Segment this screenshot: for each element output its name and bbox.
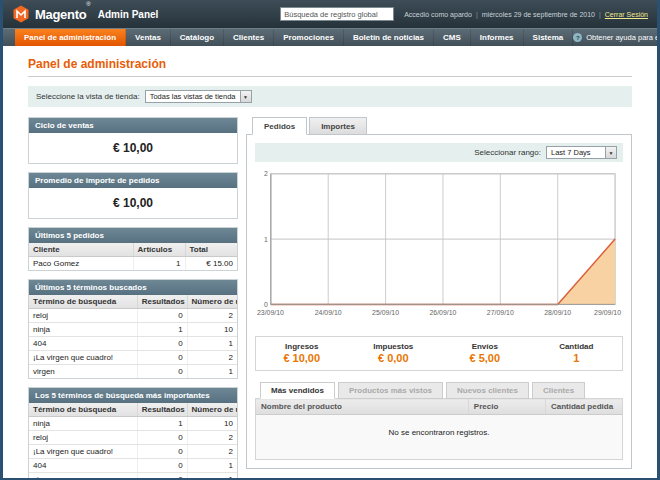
average-orders-value: € 10,00 bbox=[29, 188, 237, 218]
column-header: Número de usos bbox=[187, 295, 237, 309]
logout-link[interactable]: Cerrar Sesión bbox=[605, 11, 648, 18]
stat-label: Impuestos bbox=[348, 342, 440, 351]
help-icon: ? bbox=[573, 33, 582, 42]
svg-text:29/09/10: 29/09/10 bbox=[594, 309, 621, 316]
table-row[interactable]: 40401 bbox=[29, 337, 237, 351]
store-view-bar: Seleccione la vista de tienda: Todas las… bbox=[28, 86, 632, 107]
left-column: Ciclo de ventas € 10,00 Promedio de impo… bbox=[28, 117, 238, 480]
table-cell: 0 bbox=[137, 431, 187, 445]
range-select[interactable]: Last 7 Days ▼ bbox=[546, 146, 617, 159]
orders-chart: 01223/09/1024/09/1025/09/1026/09/1027/09… bbox=[255, 168, 623, 328]
tab-productos-mas-vistos[interactable]: Productos más vistos bbox=[338, 382, 443, 399]
table-row[interactable]: virge01 bbox=[29, 473, 237, 480]
nav-item-cms[interactable]: CMS bbox=[434, 29, 471, 46]
current-date: miércoles 29 de septiembre de 2010 bbox=[482, 11, 595, 18]
table-row[interactable]: ¡La virgen que cuadro!02 bbox=[29, 445, 237, 459]
tab-mas-vendidos[interactable]: Más vendidos bbox=[260, 382, 335, 399]
stat-envios: Envíos€ 5,00 bbox=[439, 342, 531, 364]
average-orders-panel: Promedio de importe de pedidos € 10,00 bbox=[28, 172, 238, 219]
table-cell: 1 bbox=[187, 473, 237, 480]
table-row[interactable]: Paco Gomez1€ 15.00 bbox=[29, 257, 237, 271]
table-header-row: Término de búsqueda Resultados Número de… bbox=[29, 403, 237, 417]
nav-item-boletin-de-noticias[interactable]: Boletín de noticias bbox=[344, 29, 434, 46]
top-search-terms-table: Término de búsqueda Resultados Número de… bbox=[29, 403, 237, 480]
store-view-label: Seleccione la vista de tienda: bbox=[36, 92, 140, 101]
svg-text:26/09/10: 26/09/10 bbox=[430, 309, 457, 316]
table-row[interactable]: reloj02 bbox=[29, 309, 237, 323]
empty-row: No se encontraron registros. bbox=[256, 415, 623, 460]
help-link[interactable]: ? Obtener ayuda para esta página bbox=[573, 29, 660, 46]
column-header: Nombre del producto bbox=[256, 399, 469, 415]
brand-name: Magento® bbox=[35, 5, 91, 23]
table-cell: ninja bbox=[29, 417, 137, 431]
separator: | bbox=[476, 11, 478, 18]
nav-item-sistema[interactable]: Sistema bbox=[524, 29, 574, 46]
stat-label: Envíos bbox=[439, 342, 531, 351]
nav-item-clientes[interactable]: Clientes bbox=[224, 29, 274, 46]
nav-item-panel-de-administracion[interactable]: Panel de administración bbox=[15, 29, 126, 46]
table-row[interactable]: ¡La virgen que cuadro!02 bbox=[29, 351, 237, 365]
range-label: Seleccionar rango: bbox=[474, 148, 541, 157]
table-row[interactable]: reloj02 bbox=[29, 431, 237, 445]
tab-nuevos-clientes[interactable]: Nuevos clientes bbox=[446, 382, 529, 399]
svg-text:1: 1 bbox=[264, 236, 268, 243]
table-cell: 1 bbox=[187, 337, 237, 351]
table-cell: 10 bbox=[187, 417, 237, 431]
tab-pedidos[interactable]: Pedidos bbox=[252, 117, 307, 135]
table-cell: 0 bbox=[137, 337, 187, 351]
stat-label: Cantidad bbox=[531, 342, 623, 351]
table-cell: 1 bbox=[187, 459, 237, 473]
magento-logo-icon bbox=[12, 5, 30, 23]
table-cell: 2 bbox=[187, 309, 237, 323]
logged-in-text: Accedió como apardo bbox=[404, 11, 472, 18]
tab-clientes[interactable]: Clientes bbox=[532, 382, 585, 399]
table-header-row: Término de búsqueda Resultados Número de… bbox=[29, 295, 237, 309]
table-row[interactable]: virgen01 bbox=[29, 365, 237, 379]
svg-text:24/09/10: 24/09/10 bbox=[315, 309, 342, 316]
store-view-select[interactable]: Todas las vistas de tienda ▼ bbox=[145, 90, 252, 103]
orders-panel: Seleccionar rango: Last 7 Days ▼ 01223/0… bbox=[246, 134, 632, 469]
chart-tabs: PedidosImportes bbox=[246, 117, 632, 135]
table-cell: 1 bbox=[137, 323, 187, 337]
table-cell: 404 bbox=[29, 459, 137, 473]
stat-impuestos: Impuestos€ 0,00 bbox=[348, 342, 440, 364]
table-row[interactable]: 40401 bbox=[29, 459, 237, 473]
page-title: Panel de administración bbox=[28, 57, 632, 71]
table-cell: reloj bbox=[29, 431, 137, 445]
column-header: Término de búsqueda bbox=[29, 403, 137, 417]
table-cell: 0 bbox=[137, 459, 187, 473]
nav-item-informes[interactable]: Informes bbox=[471, 29, 524, 46]
chart-area: 01223/09/1024/09/1025/09/1026/09/1027/09… bbox=[255, 168, 623, 328]
top-search-terms-panel: Los 5 términos de búsqueda más important… bbox=[28, 387, 238, 480]
svg-text:28/09/10: 28/09/10 bbox=[544, 309, 571, 316]
totals-bar: Ingresos€ 10,00Impuestos€ 0,00Envíos€ 5,… bbox=[255, 336, 623, 371]
page-content: Panel de administración Seleccione la vi… bbox=[3, 46, 657, 480]
chevron-down-icon: ▼ bbox=[240, 91, 251, 102]
right-column: PedidosImportes Seleccionar rango: Last … bbox=[246, 117, 632, 469]
global-search-input[interactable] bbox=[280, 7, 394, 21]
nav-item-catalogo[interactable]: Catálogo bbox=[171, 29, 224, 46]
table-row[interactable]: ninja110 bbox=[29, 323, 237, 337]
grid-tabs: Más vendidosProductos más vistosNuevos c… bbox=[255, 382, 623, 399]
lifetime-sales-value: € 10,00 bbox=[29, 133, 237, 163]
range-value: Last 7 Days bbox=[547, 147, 605, 158]
nav-item-ventas[interactable]: Ventas bbox=[126, 29, 171, 46]
title-divider bbox=[28, 76, 632, 77]
table-cell: 2 bbox=[187, 351, 237, 365]
table-cell: 1 bbox=[137, 417, 187, 431]
range-bar: Seleccionar rango: Last 7 Days ▼ bbox=[255, 143, 623, 162]
table-cell: 1 bbox=[187, 365, 237, 379]
stat-value: 1 bbox=[531, 352, 623, 364]
table-row[interactable]: ninja110 bbox=[29, 417, 237, 431]
separator: | bbox=[599, 11, 601, 18]
brand-suffix: Admin Panel bbox=[98, 9, 159, 20]
tab-importes[interactable]: Importes bbox=[309, 117, 367, 135]
table-header-row: Cliente Artículos Total bbox=[29, 243, 237, 257]
stat-value: € 10,00 bbox=[256, 352, 348, 364]
lifetime-sales-panel: Ciclo de ventas € 10,00 bbox=[28, 117, 238, 164]
last-search-terms-panel: Últimos 5 términos buscados Término de b… bbox=[28, 279, 238, 379]
store-view-value: Todas las vistas de tienda bbox=[146, 91, 240, 102]
nav-item-promociones[interactable]: Promociones bbox=[274, 29, 344, 46]
table-cell: 404 bbox=[29, 337, 137, 351]
column-header: Artículos bbox=[133, 243, 185, 257]
